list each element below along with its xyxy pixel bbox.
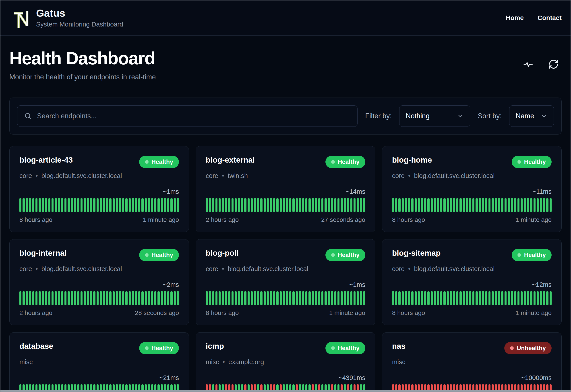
uptime-bar[interactable] — [141, 291, 143, 305]
uptime-bar[interactable] — [447, 198, 449, 212]
uptime-bar[interactable] — [517, 198, 519, 212]
uptime-bar[interactable] — [103, 291, 105, 305]
uptime-bar[interactable] — [238, 198, 240, 212]
endpoint-card[interactable]: blog-home Healthy core•blog.default.svc.… — [382, 146, 562, 232]
uptime-bar[interactable] — [35, 198, 37, 212]
uptime-bar[interactable] — [312, 291, 314, 305]
uptime-bar[interactable] — [222, 198, 224, 212]
uptime-bar[interactable] — [206, 198, 208, 212]
uptime-bar[interactable] — [64, 291, 66, 305]
uptime-bar[interactable] — [540, 198, 542, 212]
uptime-bar[interactable] — [363, 291, 365, 305]
uptime-bar[interactable] — [267, 198, 269, 212]
uptime-bar[interactable] — [106, 291, 108, 305]
uptime-bar[interactable] — [514, 198, 516, 212]
uptime-bar[interactable] — [248, 198, 250, 212]
uptime-bar[interactable] — [119, 291, 121, 305]
uptime-bar[interactable] — [273, 291, 275, 305]
uptime-bars[interactable] — [19, 291, 179, 305]
uptime-bar[interactable] — [161, 198, 163, 212]
uptime-bar[interactable] — [209, 198, 211, 212]
uptime-bar[interactable] — [84, 291, 86, 305]
uptime-bar[interactable] — [212, 198, 214, 212]
uptime-bar[interactable] — [71, 291, 73, 305]
uptime-bar[interactable] — [398, 291, 400, 305]
uptime-bar[interactable] — [431, 198, 433, 212]
uptime-bar[interactable] — [315, 198, 317, 212]
uptime-bar[interactable] — [80, 291, 83, 305]
uptime-bar[interactable] — [415, 198, 417, 212]
uptime-bar[interactable] — [517, 291, 519, 305]
uptime-bar[interactable] — [113, 198, 115, 212]
nav-link-home[interactable]: Home — [506, 14, 524, 22]
uptime-bar[interactable] — [276, 198, 278, 212]
uptime-bar[interactable] — [537, 291, 539, 305]
uptime-bar[interactable] — [170, 198, 172, 212]
uptime-bar[interactable] — [537, 198, 539, 212]
endpoint-card[interactable]: database Healthy misc• ~21ms 8 hours ago… — [9, 332, 189, 392]
uptime-bar[interactable] — [456, 198, 458, 212]
uptime-bar[interactable] — [167, 291, 169, 305]
uptime-bar[interactable] — [286, 291, 288, 305]
uptime-bar[interactable] — [283, 291, 285, 305]
uptime-bar[interactable] — [157, 198, 160, 212]
uptime-bar[interactable] — [154, 291, 156, 305]
uptime-bar[interactable] — [550, 291, 552, 305]
uptime-bar[interactable] — [463, 291, 465, 305]
uptime-bar[interactable] — [482, 198, 484, 212]
uptime-bar[interactable] — [395, 198, 397, 212]
uptime-bar[interactable] — [421, 291, 423, 305]
uptime-bar[interactable] — [328, 198, 330, 212]
uptime-bar[interactable] — [427, 291, 429, 305]
uptime-bar[interactable] — [276, 291, 278, 305]
uptime-bar[interactable] — [363, 198, 365, 212]
uptime-bar[interactable] — [58, 291, 60, 305]
uptime-bar[interactable] — [103, 198, 105, 212]
uptime-bar[interactable] — [235, 198, 237, 212]
uptime-bar[interactable] — [418, 198, 420, 212]
uptime-bar[interactable] — [212, 291, 214, 305]
uptime-bar[interactable] — [427, 198, 429, 212]
uptime-bar[interactable] — [215, 291, 217, 305]
uptime-bar[interactable] — [273, 198, 275, 212]
uptime-bar[interactable] — [450, 291, 452, 305]
uptime-bar[interactable] — [241, 291, 243, 305]
uptime-bar[interactable] — [292, 198, 294, 212]
uptime-bar[interactable] — [296, 291, 298, 305]
uptime-bar[interactable] — [305, 198, 307, 212]
uptime-bar[interactable] — [530, 291, 532, 305]
uptime-bar[interactable] — [485, 291, 487, 305]
uptime-bar[interactable] — [405, 291, 407, 305]
uptime-bar[interactable] — [129, 291, 131, 305]
uptime-bar[interactable] — [411, 198, 413, 212]
uptime-bar[interactable] — [302, 198, 304, 212]
uptime-bar[interactable] — [347, 291, 349, 305]
uptime-bar[interactable] — [325, 291, 327, 305]
uptime-bar[interactable] — [501, 198, 503, 212]
endpoint-card[interactable]: blog-external Healthy core•twin.sh ~14ms… — [195, 146, 375, 232]
uptime-bar[interactable] — [299, 291, 301, 305]
uptime-bar[interactable] — [77, 198, 79, 212]
uptime-bar[interactable] — [524, 291, 526, 305]
uptime-bar[interactable] — [42, 198, 44, 212]
uptime-bar[interactable] — [164, 291, 166, 305]
uptime-bar[interactable] — [315, 291, 317, 305]
uptime-bar[interactable] — [331, 291, 333, 305]
uptime-bar[interactable] — [87, 198, 89, 212]
uptime-bar[interactable] — [527, 198, 529, 212]
uptime-bar[interactable] — [97, 198, 99, 212]
uptime-bar[interactable] — [148, 291, 150, 305]
uptime-bar[interactable] — [23, 291, 25, 305]
uptime-bar[interactable] — [392, 198, 394, 212]
uptime-bar[interactable] — [26, 291, 28, 305]
uptime-bar[interactable] — [48, 198, 50, 212]
uptime-bar[interactable] — [264, 291, 266, 305]
uptime-bar[interactable] — [209, 291, 211, 305]
uptime-bar[interactable] — [328, 291, 330, 305]
uptime-bar[interactable] — [334, 291, 336, 305]
uptime-bar[interactable] — [23, 198, 25, 212]
uptime-bar[interactable] — [244, 198, 246, 212]
search-input[interactable] — [37, 112, 351, 120]
uptime-bar[interactable] — [415, 291, 417, 305]
uptime-bar[interactable] — [501, 291, 503, 305]
